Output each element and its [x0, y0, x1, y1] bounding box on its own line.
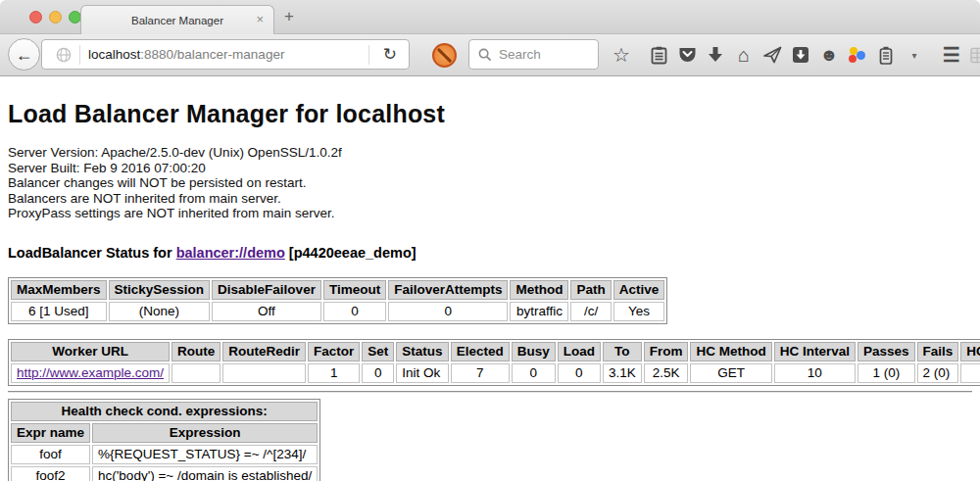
- window-close-button[interactable]: [29, 11, 42, 24]
- col-header: Worker URL: [11, 342, 170, 361]
- cell-busy: 0: [512, 363, 556, 383]
- server-info: Server Version: Apache/2.5.0-dev (Unix) …: [8, 145, 972, 221]
- col-header: HC uri: [960, 342, 980, 361]
- table-row: foof %{REQUEST_STATUS} =~ /^[234]/: [11, 445, 318, 464]
- urlbar-separator-2: [368, 45, 369, 65]
- downloads-icon[interactable]: [706, 42, 725, 68]
- col-header: Path: [570, 280, 611, 300]
- colored-dots-extension-icon[interactable]: [848, 46, 867, 64]
- window-minimize-button[interactable]: [49, 11, 62, 24]
- search-bar[interactable]: Search: [468, 39, 599, 70]
- browser-window: Balancer Manager × + ← localhost:8880/ba…: [0, 0, 980, 481]
- worker-url-link[interactable]: http://www.example.com/: [17, 365, 164, 380]
- overflow-caret-icon[interactable]: ▾: [905, 42, 924, 68]
- blocker-slash-icon: [437, 48, 453, 64]
- table-row: 6 [1 Used] (None) Off 0 0 bytraffic /c/ …: [11, 302, 664, 321]
- cell-maxmembers: 6 [1 Used]: [11, 302, 107, 321]
- balancer-heading: LoadBalancer Status for balancer://demo …: [8, 245, 972, 261]
- back-icon: ←: [16, 46, 33, 64]
- col-header: HC Method: [690, 342, 771, 361]
- health-check-table: Health check cond. expressions: Expr nam…: [8, 399, 320, 481]
- balancer-params-table: MaxMembers StickySession DisableFailover…: [8, 277, 667, 324]
- cell-expression: hc('body') =~ /domain is established/: [92, 466, 318, 481]
- col-header: Elected: [451, 342, 510, 361]
- cell-path: /c/: [570, 302, 611, 321]
- table-header-row: MaxMembers StickySession DisableFailover…: [11, 280, 664, 300]
- reading-list-icon[interactable]: [649, 42, 668, 68]
- cell-route: [172, 363, 220, 383]
- cell-status: Init Ok: [396, 363, 448, 383]
- note-proxypass-line: ProxyPass settings are NOT inherited fro…: [8, 206, 972, 221]
- section-divider: [8, 391, 972, 393]
- health-title-row: Health check cond. expressions:: [11, 402, 318, 421]
- back-button[interactable]: ←: [8, 38, 40, 71]
- home-icon[interactable]: ⌂: [734, 42, 754, 68]
- workers-table: Worker URL Route RouteRedir Factor Set S…: [8, 339, 980, 386]
- col-header: Load: [558, 342, 601, 361]
- col-header: Timeout: [323, 280, 386, 300]
- col-header: DisableFailover: [212, 280, 321, 300]
- tab-balancer-manager[interactable]: Balancer Manager ×: [80, 5, 274, 34]
- table-row: foof2 hc('body') =~ /domain is establish…: [11, 466, 318, 481]
- col-header: Fails: [917, 342, 959, 361]
- red-dot: [849, 55, 857, 63]
- page-content: Load Balancer Manager for localhost Serv…: [0, 76, 980, 481]
- cell-to: 3.1K: [603, 363, 642, 383]
- navigation-toolbar: ← localhost:8880/balancer-manager ↻ Sear…: [0, 34, 980, 76]
- cell-timeout: 0: [323, 302, 386, 321]
- site-identity-globe-icon: [56, 47, 72, 63]
- cell-elected: 7: [451, 363, 510, 383]
- cell-fails: 2 (0): [917, 363, 959, 383]
- cell-active: Yes: [613, 302, 665, 321]
- url-text: localhost:8880/balancer-manager: [88, 47, 361, 62]
- pocket-icon[interactable]: [677, 42, 697, 68]
- cell-factor: 1: [308, 363, 360, 383]
- cell-hc-uri: [960, 363, 980, 383]
- toolbar-icons: ☆ ⌂ ☻ ▾ ☰: [612, 34, 980, 75]
- cell-failoverattempts: 0: [388, 302, 508, 321]
- tab-strip: Balancer Manager × +: [0, 0, 980, 34]
- col-header: RouteRedir: [222, 342, 306, 361]
- feedback-smiley-icon[interactable]: ☻: [819, 42, 839, 68]
- battery-extension-icon[interactable]: [876, 42, 896, 68]
- col-header: Expression: [92, 423, 318, 443]
- col-header: Passes: [858, 342, 915, 361]
- cell-expr-name: foof: [11, 445, 90, 464]
- new-tab-button[interactable]: +: [284, 7, 294, 26]
- balancer-demo-link[interactable]: balancer://demo: [176, 245, 285, 261]
- cell-hc-interval: 10: [774, 363, 856, 383]
- health-table-title: Health check cond. expressions:: [11, 402, 318, 421]
- col-header: Factor: [308, 342, 360, 361]
- col-header: StickySession: [109, 280, 211, 300]
- cell-expression: %{REQUEST_STATUS} =~ /^[234]/: [92, 445, 318, 464]
- cell-load: 0: [558, 363, 601, 383]
- col-header: FailoverAttempts: [388, 280, 508, 300]
- bookmark-star-icon[interactable]: ☆: [612, 42, 631, 68]
- cell-routeredir: [222, 363, 306, 383]
- tab-close-icon[interactable]: ×: [256, 12, 264, 27]
- url-path: :8880/balancer-manager: [140, 47, 284, 62]
- save-page-icon[interactable]: [791, 42, 810, 68]
- content-blocker-icon[interactable]: [432, 43, 457, 68]
- menu-hamburger-icon[interactable]: ☰: [942, 42, 961, 68]
- col-header: Active: [613, 280, 665, 300]
- col-header: To: [603, 342, 642, 361]
- cell-worker-url: http://www.example.com/: [11, 363, 170, 383]
- cell-hc-method: GET: [690, 363, 771, 383]
- tab-groups-icon[interactable]: [970, 42, 980, 68]
- balancer-heading-prefix: LoadBalancer Status for: [8, 245, 176, 261]
- col-header: From: [644, 342, 689, 361]
- page-title: Load Balancer Manager for localhost: [8, 76, 972, 128]
- server-version-line: Server Version: Apache/2.5.0-dev (Unix) …: [8, 145, 972, 161]
- send-plane-icon[interactable]: [762, 42, 782, 68]
- url-bar[interactable]: localhost:8880/balancer-manager ↻: [41, 39, 410, 70]
- cell-from: 2.5K: [644, 363, 689, 383]
- search-placeholder: Search: [499, 47, 541, 62]
- reload-button[interactable]: ↻: [377, 44, 403, 65]
- col-header: Set: [362, 342, 394, 361]
- col-header: Status: [396, 342, 448, 361]
- table-header-row: Expr name Expression: [11, 423, 318, 443]
- col-header: Busy: [512, 342, 556, 361]
- blue-dot: [857, 51, 865, 60]
- cell-set: 0: [362, 363, 394, 383]
